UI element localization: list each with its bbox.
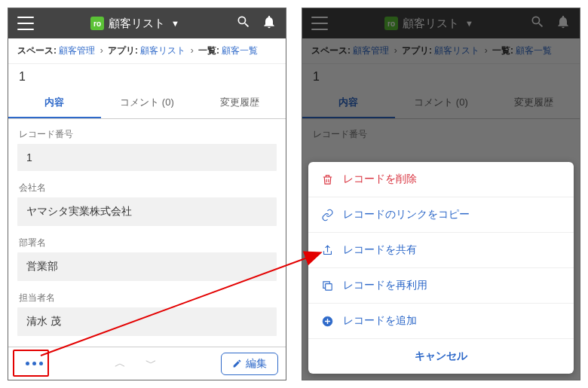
edit-button[interactable]: 編集 — [221, 353, 278, 375]
action-copy-link-label: レコードのリンクをコピー — [343, 208, 470, 221]
action-reuse-label: レコードを再利用 — [343, 279, 427, 292]
link-icon — [320, 208, 334, 221]
search-icon[interactable] — [236, 14, 251, 32]
bell-icon[interactable] — [262, 14, 277, 32]
record-number-heading: 1 — [8, 64, 286, 88]
caret-down-icon: ▼ — [171, 19, 179, 28]
breadcrumb: スペース: 顧客管理 › アプリ: 顧客リスト › 一覧: 顧客一覧 — [8, 38, 286, 64]
action-share-label: レコードを共有 — [343, 243, 417, 257]
field-value-recno: 1 — [17, 144, 277, 171]
svg-rect-0 — [325, 283, 332, 290]
header-title[interactable]: ro 顧客リスト ▼ — [34, 17, 236, 31]
app-header: ro 顧客リスト ▼ — [8, 8, 286, 38]
tab-comments[interactable]: コメント (0) — [101, 88, 194, 118]
action-cancel[interactable]: キャンセル — [308, 339, 574, 374]
field-value-person: 清水 茂 — [17, 307, 277, 336]
bc-space[interactable]: 顧客管理 — [59, 45, 95, 56]
action-copy-link[interactable]: レコードのリンクをコピー — [308, 197, 574, 233]
bc-app-label: アプリ: — [108, 45, 138, 56]
prev-record-icon[interactable]: ︿ — [115, 356, 126, 371]
app-icon: ro — [90, 17, 104, 30]
bc-view-label: 一覧: — [198, 45, 219, 56]
field-value-dept: 営業部 — [17, 252, 277, 281]
field-label-company: 会社名 — [17, 177, 277, 197]
tabs: 内容 コメント (0) 変更履歴 — [8, 88, 286, 119]
hamburger-icon[interactable] — [17, 17, 34, 30]
trash-icon — [320, 173, 334, 186]
phone-left: ro 顧客リスト ▼ スペース: 顧客管理 › アプリ: 顧客リスト › 一覧:… — [8, 8, 286, 380]
next-record-icon[interactable]: ﹀ — [145, 356, 157, 371]
field-label-dept: 部署名 — [17, 232, 277, 252]
record-content: レコード番号 1 会社名 ヤマシタ実業株式会社 部署名 営業部 担当者名 清水 … — [8, 119, 286, 344]
phone-right: ro 顧客リスト ▼ スペース: 顧客管理 › アプリ: 顧客リスト › 一覧:… — [302, 8, 580, 380]
field-label-person: 担当者名 — [17, 287, 277, 307]
field-value-company: ヤマシタ実業株式会社 — [17, 197, 277, 226]
tab-history[interactable]: 変更履歴 — [193, 88, 286, 118]
field-label-recno: レコード番号 — [17, 124, 277, 144]
tab-content[interactable]: 内容 — [8, 88, 101, 118]
bc-view[interactable]: 顧客一覧 — [222, 45, 258, 56]
app-title: 顧客リスト — [109, 17, 165, 31]
action-delete[interactable]: レコードを削除 — [308, 162, 574, 197]
copy-icon — [320, 279, 334, 292]
action-share[interactable]: レコードを共有 — [308, 233, 574, 268]
edit-button-label: 編集 — [246, 357, 267, 371]
action-add[interactable]: レコードを追加 — [308, 304, 574, 339]
action-sheet: レコードを削除 レコードのリンクをコピー レコードを共有 レコードを再利用 レコ… — [308, 162, 574, 374]
plus-circle-icon — [320, 314, 334, 328]
annotation-highlight — [13, 350, 49, 377]
action-reuse[interactable]: レコードを再利用 — [308, 268, 574, 304]
action-add-label: レコードを追加 — [343, 314, 417, 328]
bottom-bar: ︿ ﹀ 編集 — [8, 347, 286, 380]
bc-app[interactable]: 顧客リスト — [140, 45, 185, 56]
share-icon — [320, 243, 334, 257]
action-delete-label: レコードを削除 — [343, 173, 417, 186]
bc-space-label: スペース: — [17, 45, 57, 56]
